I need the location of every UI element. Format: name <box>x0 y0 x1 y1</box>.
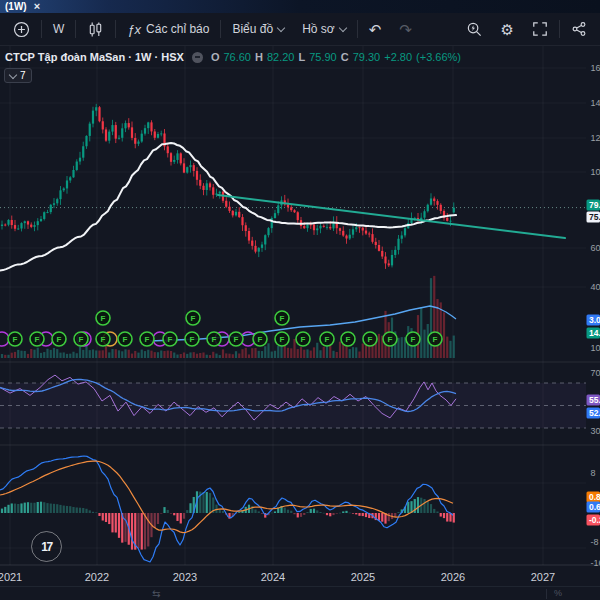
close-value: 79.30 <box>353 51 381 63</box>
svg-text:2024: 2024 <box>261 571 285 583</box>
svg-text:F: F <box>101 314 106 323</box>
chart-type-button[interactable] <box>78 16 113 42</box>
open-label: O <box>211 51 220 63</box>
chart-menu-label: Biểu đồ <box>232 22 273 36</box>
svg-text:2025: 2025 <box>351 571 375 583</box>
svg-text:2023: 2023 <box>173 571 197 583</box>
settings-button[interactable]: ⚙ <box>492 16 523 42</box>
svg-text:79.30: 79.30 <box>589 200 600 210</box>
svg-text:F: F <box>234 335 239 344</box>
market-status-icon[interactable] <box>192 52 203 63</box>
toolbar-divider <box>75 20 76 38</box>
tradingview-logo[interactable]: 17 <box>31 531 62 562</box>
interval-button[interactable]: W <box>44 16 73 42</box>
high-value: 82.20 <box>267 51 295 63</box>
candles-layer <box>1 104 455 269</box>
profile-menu-label: Hồ sơ <box>302 22 335 36</box>
rsi-band <box>0 383 586 428</box>
toolbar-divider <box>559 20 560 38</box>
white-ma-line <box>0 143 456 270</box>
svg-text:F: F <box>280 314 285 323</box>
svg-text:3.06M: 3.06M <box>589 315 600 325</box>
chart-canvas[interactable]: FFFFFFFFFFFFFFFFFFFFFFF16014012010060401… <box>0 45 600 600</box>
svg-text:0.62: 0.62 <box>589 502 600 512</box>
svg-text:F: F <box>168 335 173 344</box>
tradingview-logo-glyph: 17 <box>41 540 51 554</box>
change-percent: (+3.66%) <box>416 51 461 63</box>
window-tab-label: (1W) <box>5 0 27 13</box>
gear-icon: ⚙ <box>501 22 514 37</box>
undo-icon: ↶ <box>369 22 382 37</box>
symbol-title[interactable]: CTCP Tập đoàn MaSan · 1W · HSX <box>5 51 184 63</box>
svg-text:F: F <box>123 335 128 344</box>
svg-text:14.3M: 14.3M <box>589 328 600 338</box>
change-value: +2.80 <box>384 51 412 63</box>
report-markers: FFFFFFFFFFFFFFFFFFFFFFF <box>0 311 442 346</box>
svg-text:55.20: 55.20 <box>589 395 600 405</box>
svg-text:140: 140 <box>591 98 600 108</box>
svg-text:F: F <box>325 335 330 344</box>
svg-text:F: F <box>388 335 393 344</box>
svg-text:F: F <box>280 335 285 344</box>
svg-text:F: F <box>13 335 18 344</box>
svg-text:2026: 2026 <box>441 571 465 583</box>
svg-text:F: F <box>258 335 263 344</box>
svg-text:2021: 2021 <box>0 571 22 583</box>
share-icon <box>571 21 587 37</box>
low-value: 75.90 <box>309 51 337 63</box>
svg-text:F: F <box>35 335 40 344</box>
window-titlebar[interactable]: (1W) × <box>0 0 600 13</box>
svg-text:F: F <box>101 335 106 344</box>
hidden-indicators-count: 7 <box>20 70 26 81</box>
svg-text:0.85: 0.85 <box>589 492 600 502</box>
toolbar-divider <box>115 20 116 38</box>
svg-text:60: 60 <box>591 243 600 253</box>
svg-text:30: 30 <box>591 426 600 436</box>
svg-text:100: 100 <box>591 167 600 177</box>
trendline <box>218 195 565 238</box>
macd-pane <box>0 456 455 562</box>
svg-text:-8: -8 <box>591 537 599 547</box>
chart-window: (1W) × W ƒx Các chỉ báo Biểu đồ <box>0 0 600 600</box>
svg-text:52.40: 52.40 <box>589 408 600 418</box>
profile-menu-button[interactable]: Hồ sơ <box>293 16 355 42</box>
scroll-arrows-icon[interactable]: ⇆ <box>152 588 160 599</box>
interval-label: W <box>53 22 64 36</box>
quick-search-button[interactable] <box>457 16 492 42</box>
main-toolbar: W ƒx Các chỉ báo Biểu đồ Hồ sơ ↶ ↷ <box>0 13 600 46</box>
svg-text:F: F <box>411 335 416 344</box>
window-close-button[interactable]: × <box>34 0 40 13</box>
svg-text:160: 160 <box>591 63 600 73</box>
svg-text:F: F <box>368 335 373 344</box>
redo-icon: ↷ <box>399 22 412 37</box>
fullscreen-icon <box>532 21 548 37</box>
indicators-button[interactable]: ƒx Các chỉ báo <box>118 16 218 42</box>
svg-text:-0.23: -0.23 <box>589 515 600 525</box>
time-axis: 2021202220232024202520262027 <box>0 571 555 583</box>
percent-scale-button[interactable]: % <box>554 588 562 598</box>
chart-menu-button[interactable]: Biểu đồ <box>223 16 293 42</box>
bottom-bar: ⇆ % <box>0 586 600 600</box>
svg-text:8: 8 <box>591 468 596 478</box>
svg-text:F: F <box>212 335 217 344</box>
redo-button[interactable]: ↷ <box>390 16 421 42</box>
symbol-add-button[interactable] <box>4 16 39 42</box>
indicators-collapsed-chip[interactable]: 7 <box>4 68 32 83</box>
chevron-down-icon <box>338 23 346 31</box>
grid-lines <box>0 46 586 565</box>
svg-text:10M: 10M <box>591 343 600 353</box>
ohlc-values: O 76.60 H 82.20 L 75.90 C 79.30 +2.80 (+… <box>211 51 461 63</box>
undo-button[interactable]: ↶ <box>360 16 391 42</box>
toolbar-divider <box>220 20 221 38</box>
svg-text:F: F <box>79 335 84 344</box>
quick-search-icon <box>466 21 483 38</box>
fullscreen-button[interactable] <box>523 16 557 42</box>
svg-text:40: 40 <box>591 282 600 292</box>
fx-icon: ƒx <box>127 22 141 37</box>
toolbar-divider <box>357 20 358 38</box>
share-button[interactable] <box>562 16 596 42</box>
toolbar-divider <box>41 20 42 38</box>
open-value: 76.60 <box>223 51 251 63</box>
svg-text:F: F <box>191 314 196 323</box>
svg-text:-16: -16 <box>591 558 600 568</box>
